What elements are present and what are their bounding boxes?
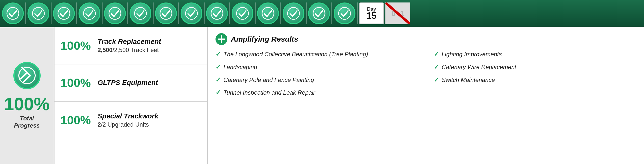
results-col-2: ✓ Lighting Improvements ✓ Catenary Wire …	[426, 50, 636, 158]
next-day-badge: 8+1	[386, 2, 410, 24]
divider-3	[76, 2, 77, 24]
divider-1	[25, 2, 26, 24]
divider-14	[357, 2, 358, 24]
divider-9	[229, 2, 230, 24]
result-item-5: ✓ Lighting Improvements	[434, 50, 636, 58]
svg-point-1	[32, 8, 44, 19]
result-text-7: Switch Maintenance	[442, 76, 495, 84]
check-circle-8	[180, 2, 202, 24]
task-3-detail: 2/2 Upgraded Units	[98, 121, 201, 128]
checkmark-4: ✓	[216, 88, 221, 97]
check-circle-12	[282, 2, 304, 24]
task-1-name: Track Replacement	[98, 38, 201, 46]
result-text-3: Catenary Pole and Fence Painting	[224, 76, 314, 84]
divider-10	[255, 2, 256, 24]
svg-point-3	[84, 8, 95, 19]
task-1-total: /2,500 Track Feet	[112, 46, 159, 53]
result-item-3: ✓ Catenary Pole and Fence Painting	[216, 76, 418, 84]
check-circle-9	[206, 2, 228, 24]
svg-point-2	[58, 8, 70, 19]
divider-4	[102, 2, 102, 24]
result-text-6: Catenary Wire Replacement	[442, 63, 516, 71]
divider-13	[332, 2, 332, 24]
task-3-percent: 100%	[60, 114, 98, 127]
results-col-1: ✓ The Longwood Collective Beautification…	[216, 50, 426, 158]
task-row-1: 100% Track Replacement 2,500/2,500 Track…	[54, 27, 207, 64]
divider-11	[280, 2, 281, 24]
middle-panel: 100% Track Replacement 2,500/2,500 Track…	[54, 27, 208, 164]
task-2-name: GLTPS Equipment	[98, 79, 201, 87]
checkmark-6: ✓	[434, 63, 439, 71]
divider-8	[204, 2, 204, 24]
task-1-completed: 2,500	[98, 46, 112, 53]
result-item-2: ✓ Landscaping	[216, 63, 418, 71]
day-badge: Day 15	[359, 2, 384, 24]
svg-point-5	[134, 8, 146, 19]
result-text-4: Tunnel Inspection and Leak Repair	[224, 88, 315, 97]
check-circle-6	[130, 2, 151, 24]
check-circle-13	[308, 2, 330, 24]
svg-point-12	[313, 8, 325, 19]
checkmark-5: ✓	[434, 50, 439, 58]
svg-point-6	[160, 8, 172, 19]
check-circle-1	[2, 2, 24, 24]
left-panel: 100% Total Progress	[0, 27, 54, 164]
task-row-3: 100% Special Trackwork 2/2 Upgraded Unit…	[54, 102, 207, 139]
task-2-info: GLTPS Equipment	[98, 79, 201, 87]
svg-point-9	[236, 8, 248, 19]
check-circle-5	[104, 2, 126, 24]
check-circle-7	[155, 2, 177, 24]
result-item-7: ✓ Switch Maintenance	[434, 76, 636, 84]
divider-2	[51, 2, 52, 24]
divider-6	[153, 2, 154, 24]
result-item-1: ✓ The Longwood Collective Beautification…	[216, 50, 418, 58]
result-text-5: Lighting Improvements	[442, 50, 502, 58]
task-3-info: Special Trackwork 2/2 Upgraded Units	[98, 112, 201, 128]
day-number: 15	[366, 12, 376, 20]
result-item-4: ✓ Tunnel Inspection and Leak Repair	[216, 88, 418, 97]
svg-point-7	[186, 8, 198, 19]
task-1-info: Track Replacement 2,500/2,500 Track Feet	[98, 38, 201, 54]
main-content: 100% Total Progress 100% Track Replaceme…	[0, 27, 644, 164]
check-circle-4	[78, 2, 100, 24]
task-2-percent: 100%	[60, 76, 98, 90]
svg-point-15	[19, 68, 35, 84]
divider-7	[178, 2, 179, 24]
svg-point-13	[338, 8, 350, 19]
checkmark-3: ✓	[216, 76, 221, 84]
task-3-completed: 2	[98, 121, 101, 128]
svg-point-11	[288, 8, 300, 19]
check-circle-3	[53, 2, 75, 24]
plus-icon	[216, 33, 228, 45]
check-circle-10	[232, 2, 254, 24]
results-columns: ✓ The Longwood Collective Beautification…	[216, 50, 636, 158]
checkmark-2: ✓	[216, 63, 221, 71]
checkmark-1: ✓	[216, 50, 221, 58]
check-circle-2	[28, 2, 49, 24]
svg-point-4	[109, 8, 121, 19]
right-panel: Amplifying Results ✓ The Longwood Collec…	[208, 27, 644, 164]
checkmark-7: ✓	[434, 76, 439, 84]
amplifying-title: Amplifying Results	[231, 35, 298, 43]
task-row-2: 100% GLTPS Equipment	[54, 64, 207, 102]
task-3-name: Special Trackwork	[98, 112, 201, 120]
check-circle-14	[334, 2, 356, 24]
top-bar: Day 15 8+1	[0, 0, 644, 27]
task-3-total: /2 Upgraded Units	[101, 121, 148, 128]
divider-5	[127, 2, 128, 24]
result-text-2: Landscaping	[224, 63, 257, 71]
task-1-detail: 2,500/2,500 Track Feet	[98, 46, 201, 54]
task-1-percent: 100%	[60, 39, 98, 52]
total-label: Total Progress	[14, 115, 40, 129]
check-circle-11	[257, 2, 279, 24]
divider-12	[306, 2, 307, 24]
amplifying-header: Amplifying Results	[216, 33, 636, 45]
forward-icon	[14, 62, 40, 89]
total-percent: 100%	[4, 95, 50, 113]
result-item-6: ✓ Catenary Wire Replacement	[434, 63, 636, 71]
svg-point-0	[7, 8, 19, 19]
result-text-1: The Longwood Collective Beautification (…	[224, 50, 368, 58]
next-day-label: 8+1	[392, 9, 404, 18]
svg-point-10	[262, 8, 274, 19]
svg-point-8	[211, 8, 223, 19]
